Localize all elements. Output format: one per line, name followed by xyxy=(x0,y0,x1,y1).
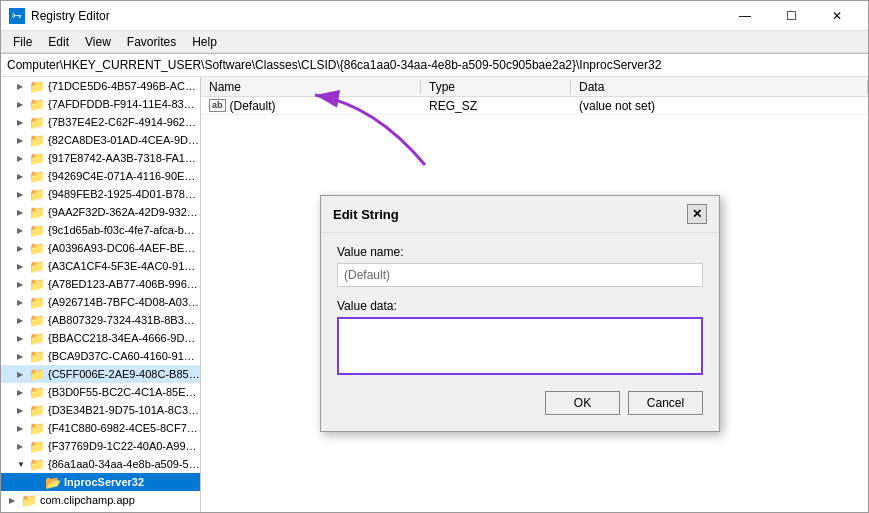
tree-item[interactable]: ▶ 📁 {94269C4E-071A-4116-90E6-52E557067 xyxy=(1,167,200,185)
expand-icon: ▶ xyxy=(17,190,29,199)
value-name-label: Value name: xyxy=(337,245,703,259)
menu-file[interactable]: File xyxy=(5,33,40,51)
folder-icon: 📂 xyxy=(45,475,61,489)
menu-view[interactable]: View xyxy=(77,33,119,51)
tree-item[interactable]: ▶ 📁 {C5FF006E-2AE9-408C-B85B-2DFDD544 xyxy=(1,365,200,383)
expand-icon: ▶ xyxy=(17,388,29,397)
dialog-close-button[interactable]: ✕ xyxy=(687,204,707,224)
tree-item[interactable]: ▶ 📁 {917E8742-AA3B-7318-FA12-10485FB32 xyxy=(1,149,200,167)
expand-icon: ▶ xyxy=(17,334,29,343)
tree-item-label: {BBACC218-34EA-4666-9D7A-C78F227 xyxy=(48,332,200,344)
expand-icon: ▶ xyxy=(17,424,29,433)
registry-value-row[interactable]: ab (Default) REG_SZ (value not set) xyxy=(201,97,868,115)
menu-edit[interactable]: Edit xyxy=(40,33,77,51)
expand-icon: ▶ xyxy=(17,298,29,307)
tree-item-clipchamp[interactable]: ▶ 📁 com.clipchamp.app xyxy=(1,491,200,509)
tree-item[interactable]: ▶ 📁 {71DCE5D6-4B57-496B-AC21-CD5B54E xyxy=(1,77,200,95)
window-title: Registry Editor xyxy=(31,9,722,23)
tree-item-label: {B3D0F55-BC2C-4C1A-85ED-23ED75B xyxy=(48,386,200,398)
folder-icon: 📁 xyxy=(29,259,45,273)
tree-item[interactable]: ▶ 📁 {BBACC218-34EA-4666-9D7A-C78F227 xyxy=(1,329,200,347)
folder-icon: 📁 xyxy=(29,151,45,165)
minimize-button[interactable]: — xyxy=(722,1,768,31)
tree-item[interactable]: ▶ 📁 {9489FEB2-1925-4D01-B788-6D912C70F xyxy=(1,185,200,203)
tree-item[interactable]: ▶ 📁 {BCA9D37C-CA60-4160-9115-97A00F24 xyxy=(1,347,200,365)
value-data-label: Value data: xyxy=(337,299,703,313)
expand-icon: ▶ xyxy=(17,100,29,109)
folder-icon: 📁 xyxy=(29,403,45,417)
folder-icon: 📁 xyxy=(29,115,45,129)
tree-item[interactable]: ▶ 📁 {F41C880-6982-4CE5-8CF7-7085BA96 xyxy=(1,419,200,437)
tree-item[interactable]: ▶ 📁 {D3E34B21-9D75-101A-8C3D-00AA001 xyxy=(1,401,200,419)
maximize-button[interactable]: ☐ xyxy=(768,1,814,31)
value-data-input-container xyxy=(337,317,703,375)
folder-icon: 📁 xyxy=(29,421,45,435)
tree-item-label: {BCA9D37C-CA60-4160-9115-97A00F24 xyxy=(48,350,200,362)
value-data: (value not set) xyxy=(571,99,868,113)
close-button[interactable]: ✕ xyxy=(814,1,860,31)
tree-item-label-inproc: InprocServer32 xyxy=(64,476,200,488)
column-header-data: Data xyxy=(571,80,868,94)
expand-icon: ▶ xyxy=(17,172,29,181)
address-path: Computer\HKEY_CURRENT_USER\Software\Clas… xyxy=(7,58,661,72)
cancel-button[interactable]: Cancel xyxy=(628,391,703,415)
dialog-body: Value name: (Default) Value data: OK Can… xyxy=(321,233,719,431)
folder-icon: 📁 xyxy=(29,79,45,93)
expand-icon: ▶ xyxy=(17,316,29,325)
folder-icon: 📁 xyxy=(29,331,45,345)
expand-icon: ▶ xyxy=(17,226,29,235)
tree-item-inprocserver[interactable]: 📂 InprocServer32 xyxy=(1,473,200,491)
tree-item[interactable]: ▶ 📁 {AB807329-7324-431B-8B36-DBD581F5 xyxy=(1,311,200,329)
menu-bar: File Edit View Favorites Help xyxy=(1,31,868,53)
tree-item-label: {917E8742-AA3B-7318-FA12-10485FB32 xyxy=(48,152,200,164)
tree-item[interactable]: ▶ 📁 {A0396A93-DC06-4AEF-BEE9-95FCCA xyxy=(1,239,200,257)
tree-item[interactable]: ▶ 📁 {9AA2F32D-362A-42D9-9328-24A483E2 xyxy=(1,203,200,221)
folder-icon: 📁 xyxy=(29,439,45,453)
folder-icon: 📁 xyxy=(29,169,45,183)
tree-item-label: {A0396A93-DC06-4AEF-BEE9-95FCCA xyxy=(48,242,200,254)
tree-item-label: {A78ED123-AB77-406B-9962-2A5D9D2 xyxy=(48,278,200,290)
folder-icon: 📁 xyxy=(29,241,45,255)
tree-item-label: com.clipchamp.app xyxy=(40,494,200,506)
tree-item-label: {82CA8DE3-01AD-4CEA-9D75-BE4C518 xyxy=(48,134,200,146)
expand-icon: ▼ xyxy=(17,460,29,469)
expand-icon: ▶ xyxy=(17,118,29,127)
expand-icon: ▶ xyxy=(17,154,29,163)
tree-item-clsid[interactable]: ▼ 📁 {86a1aa0-34aa-4e8b-a509-50c905bae2 xyxy=(1,455,200,473)
menu-help[interactable]: Help xyxy=(184,33,225,51)
values-header: Name Type Data xyxy=(201,77,868,97)
folder-icon: 📁 xyxy=(29,97,45,111)
expand-icon: ▶ xyxy=(9,496,21,505)
app-icon: 🗝 xyxy=(9,8,25,24)
folder-icon: 📁 xyxy=(29,223,45,237)
tree-item[interactable]: ▶ 📁 {A926714B-7BFC-4D08-A035-80021395 xyxy=(1,293,200,311)
dialog-title-bar: Edit String ✕ xyxy=(321,196,719,233)
folder-icon: 📁 xyxy=(29,295,45,309)
folder-icon: 📁 xyxy=(29,277,45,291)
tree-item[interactable]: ▶ 📁 {F37769D9-1C22-40A0-A997-0B4D5F7B xyxy=(1,437,200,455)
tree-item[interactable]: ▶ 📁 {82CA8DE3-01AD-4CEA-9D75-BE4C518 xyxy=(1,131,200,149)
expand-icon: ▶ xyxy=(17,262,29,271)
tree-item[interactable]: ▶ 📁 {A78ED123-AB77-406B-9962-2A5D9D2 xyxy=(1,275,200,293)
folder-icon: 📁 xyxy=(29,313,45,327)
folder-icon: 📁 xyxy=(29,385,45,399)
tree-item[interactable]: ▶ 📁 {7AFDFDDB-F914-11E4-8377-6C3BE50D xyxy=(1,95,200,113)
expand-icon: ▶ xyxy=(17,370,29,379)
column-header-name: Name xyxy=(201,80,421,94)
ok-button[interactable]: OK xyxy=(545,391,620,415)
tree-item[interactable]: ▶ 📁 {7B37E4E2-C62F-4914-9620-8FB506271 xyxy=(1,113,200,131)
menu-favorites[interactable]: Favorites xyxy=(119,33,184,51)
value-data-input[interactable] xyxy=(341,321,699,371)
tree-item-label: {F37769D9-1C22-40A0-A997-0B4D5F7B xyxy=(48,440,200,452)
folder-icon: 📁 xyxy=(29,133,45,147)
tree-item-label: {D3E34B21-9D75-101A-8C3D-00AA001 xyxy=(48,404,200,416)
tree-item-label: {A926714B-7BFC-4D08-A035-80021395 xyxy=(48,296,200,308)
expand-icon: ▶ xyxy=(17,208,29,217)
tree-item[interactable]: ▶ 📁 {A3CA1CF4-5F3E-4AC0-91B9-0D3716E xyxy=(1,257,200,275)
expand-icon: ▶ xyxy=(17,82,29,91)
window-controls: — ☐ ✕ xyxy=(722,1,860,31)
tree-item[interactable]: ▶ 📁 {9c1d65ab-f03c-4fe7-afca-b25ab39fed xyxy=(1,221,200,239)
edit-string-dialog: Edit String ✕ Value name: (Default) Valu… xyxy=(320,195,720,432)
tree-item-label: {9AA2F32D-362A-42D9-9328-24A483E2 xyxy=(48,206,200,218)
tree-item[interactable]: ▶ 📁 {B3D0F55-BC2C-4C1A-85ED-23ED75B xyxy=(1,383,200,401)
